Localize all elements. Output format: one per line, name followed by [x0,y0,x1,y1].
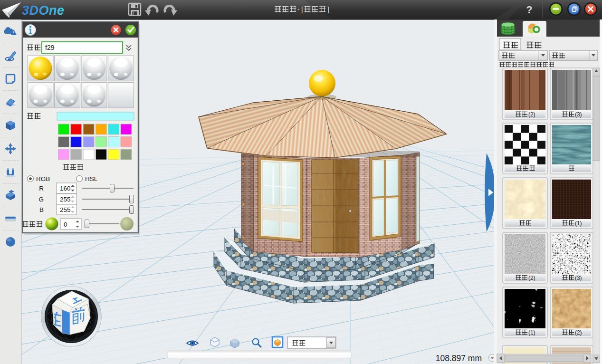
svg-text:(3): (3) [575,111,582,118]
svg-text:?: ? [526,4,532,16]
svg-text:3DOne: 3DOne [22,3,65,18]
svg-text:(1): (1) [575,220,582,227]
svg-text:B: B [39,206,44,213]
svg-text:R: R [39,185,44,192]
svg-text:(1): (1) [528,329,535,336]
svg-text:160: 160 [60,185,71,192]
svg-text:RGB: RGB [36,175,50,182]
svg-text:(2): (2) [528,111,535,118]
svg-text:HSL: HSL [85,175,98,182]
svg-text:f29: f29 [45,44,55,51]
svg-text:(3): (3) [575,275,582,281]
svg-text:255: 255 [60,206,71,213]
svg-text:0: 0 [64,221,67,228]
svg-text:]: ] [327,5,329,13]
svg-text:255: 255 [60,196,71,203]
svg-text:(2): (2) [575,329,582,336]
svg-text:G: G [38,196,44,203]
svg-text:108.897 mm: 108.897 mm [436,354,482,363]
svg-text:-: - [297,5,300,13]
svg-text:(2): (2) [528,275,535,281]
